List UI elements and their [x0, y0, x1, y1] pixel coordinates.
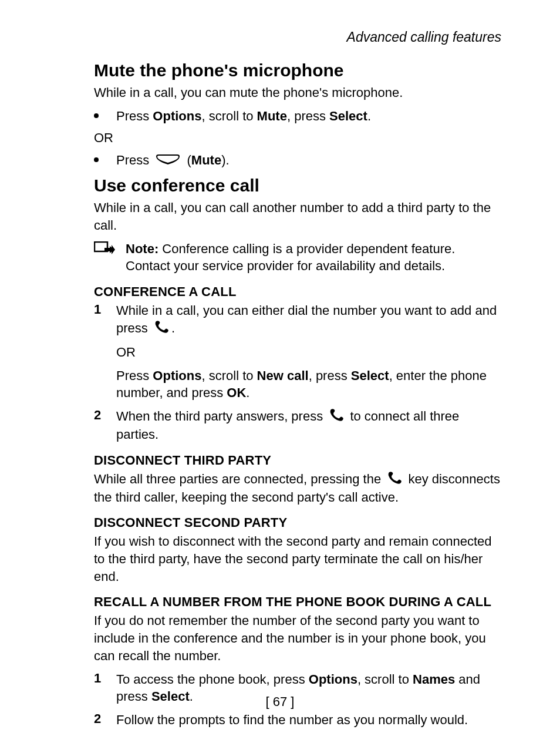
- step-item: 2 Follow the prompts to find the number …: [94, 711, 501, 729]
- note-block: Note: Conference calling is a provider d…: [94, 240, 501, 275]
- bullet-icon: [94, 113, 99, 118]
- disconnect-third-text: While all three parties are connected, p…: [94, 470, 501, 506]
- text: , scroll to: [201, 368, 257, 383]
- key-select: Select: [351, 368, 389, 383]
- step-item: 2 When the third party answers, press to…: [94, 408, 501, 443]
- bullet-item: Press (Mute).: [94, 152, 501, 170]
- text: While all three parties are connected, p…: [94, 472, 384, 486]
- bullet-text: Press Options, scroll to Mute, press Sel…: [116, 107, 371, 125]
- key-mute: Mute: [191, 153, 221, 167]
- step-item: 1 While in a call, you can either dial t…: [94, 302, 501, 338]
- note-label: Note:: [126, 241, 158, 256]
- key-options: Options: [153, 109, 201, 123]
- section-conference-title: Use conference call: [94, 176, 501, 196]
- text: Press: [116, 153, 153, 167]
- note-text: Note: Conference calling is a provider d…: [126, 240, 501, 275]
- text: (: [183, 153, 191, 167]
- text: , scroll to: [357, 672, 413, 687]
- call-key-icon: [329, 408, 344, 426]
- text: Press: [116, 368, 153, 383]
- step-number: 2: [94, 408, 116, 423]
- bullet-item: Press Options, scroll to Mute, press Sel…: [94, 107, 501, 125]
- key-ok: OK: [227, 385, 246, 400]
- bullet-text: Press (Mute).: [116, 152, 230, 170]
- text: .: [171, 321, 175, 335]
- bullet-icon: [94, 157, 99, 162]
- text: .: [367, 109, 371, 123]
- or-text: OR: [116, 344, 501, 361]
- key-new-call: New call: [257, 368, 309, 383]
- step-number: 2: [94, 711, 116, 727]
- text: , press: [287, 109, 329, 123]
- sub-recall-number: RECALL A NUMBER FROM THE PHONE BOOK DURI…: [94, 594, 501, 610]
- text: ).: [221, 153, 229, 167]
- sub-disconnect-second: DISCONNECT SECOND PARTY: [94, 515, 501, 530]
- note-icon: [94, 241, 115, 260]
- disconnect-second-text: If you wish to disconnect with the secon…: [94, 533, 501, 585]
- or-text: OR: [94, 130, 501, 146]
- page-number: [ 67 ]: [0, 694, 560, 710]
- document-page: Advanced calling features Mute the phone…: [0, 0, 560, 733]
- text: , press: [309, 368, 351, 383]
- step-text: While in a call, you can either dial the…: [116, 302, 501, 338]
- note-body: Conference calling is a provider depende…: [126, 241, 455, 274]
- key-select: Select: [329, 109, 367, 123]
- key-options: Options: [153, 368, 201, 383]
- conference-intro: While in a call, you can call another nu…: [94, 199, 501, 234]
- key-names: Names: [413, 672, 455, 687]
- key-mute: Mute: [257, 109, 287, 123]
- text: When the third party answers, press: [116, 409, 326, 423]
- chapter-title: Advanced calling features: [94, 29, 501, 45]
- step-text: When the third party answers, press to c…: [116, 408, 501, 443]
- text: .: [246, 385, 249, 400]
- key-options: Options: [309, 672, 357, 687]
- sub-disconnect-third: DISCONNECT THIRD PARTY: [94, 453, 501, 468]
- sub-conference-call: CONFERENCE A CALL: [94, 284, 501, 300]
- step-alt-text: Press Options, scroll to New call, press…: [116, 367, 501, 402]
- step-number: 1: [94, 302, 116, 317]
- section-mute-title: Mute the phone's microphone: [94, 60, 501, 80]
- softkey-icon: [155, 153, 181, 170]
- call-key-icon: [387, 471, 402, 489]
- mute-intro: While in a call, you can mute the phone'…: [94, 84, 501, 102]
- step-number: 1: [94, 671, 116, 686]
- text: Press: [116, 109, 153, 123]
- step-text: Follow the prompts to find the number as…: [116, 711, 501, 729]
- call-key-icon: [154, 320, 169, 338]
- text: , scroll to: [201, 109, 257, 123]
- text: To access the phone book, press: [116, 672, 309, 687]
- step-alt-block: OR Press Options, scroll to New call, pr…: [116, 344, 501, 402]
- recall-intro-text: If you do not remember the number of the…: [94, 612, 501, 664]
